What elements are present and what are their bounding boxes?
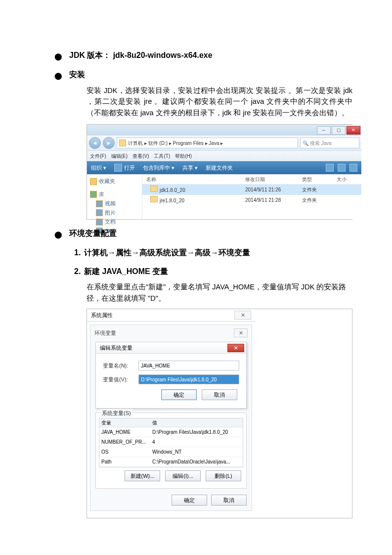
env-dialog-screenshot: 系统属性 ✕ 环境变量 ✕ 编辑系统变量 ✕ 变量名(N): [87,309,352,518]
delete-button[interactable]: 删除(L) [206,470,241,481]
menu-tools[interactable]: 工具(T) [154,152,170,160]
label-varname: 变量名(N): [103,362,138,370]
folder-icon [119,139,126,146]
label-varvalue: 变量值(V): [103,375,138,384]
var-row[interactable]: JAVA_HOMED:\Program Files\Java\jdk1.8.0_… [99,427,243,437]
input-varvalue[interactable]: D:\Program Files\Java\jdk1.8.0_20 [138,374,239,384]
side-docs[interactable]: 文档 [90,217,139,227]
side-pictures[interactable]: 图片 [90,208,139,218]
sysvar-group: 系统变量(S) 变量 值 JAVA_HOMED:\Program Files\J… [95,413,247,489]
input-varname[interactable]: JAVA_HOME [138,361,239,370]
tool-include[interactable]: 包含到库中 ▾ [143,164,174,172]
document-page: ⬤ JDK 版本： jdk-8u20-windows-x64.exe ⬤ 安装 … [0,0,392,544]
search-icon: 🔍 [303,139,308,147]
var-table: 变量 值 JAVA_HOMED:\Program Files\Java\jdk1… [99,418,243,467]
file-row-jre[interactable]: jre1.8.0_20 2014/9/11 21:28 文件夹 [142,195,361,205]
menu-bar: 文件(F) 编辑(E) 查看(V) 工具(T) 帮助(H) [87,151,361,161]
folder-icon [150,185,158,192]
document-icon [96,219,103,226]
picture-icon [96,209,103,216]
window-titlebar: ─ ▢ ✕ [87,125,361,136]
step-1: 1.计算机→属性→高级系统设置→高级→环境变量 [74,247,352,259]
jdk-label: JDK 版本： [69,51,111,59]
col-variable[interactable]: 变量 [99,418,150,427]
jdk-value: jdk-8u20-windows-x64.exe [113,51,213,59]
envvar-title: 环境变量 ✕ [93,328,249,340]
address-text: 计算机 ▸ 软件 (D:) ▸ Program Files ▸ Java ▸ [128,139,223,147]
cancel-button[interactable]: 取消 [211,495,247,506]
close-button[interactable]: ✕ [347,126,360,135]
tool-share[interactable]: 共享 ▾ [182,164,198,172]
toolbar: 组织 ▾ 打开 包含到库中 ▾ 共享 ▾ 新建文件夹 [87,161,361,174]
side-library[interactable]: 库 [90,190,139,199]
view-icon[interactable] [326,164,334,172]
ok-button[interactable]: 确定 [161,389,197,400]
var-row[interactable]: PathC:\ProgramData\Oracle\Java\java... [99,457,243,467]
tool-newfolder[interactable]: 新建文件夹 [206,164,233,172]
star-icon [90,178,97,185]
search-placeholder: 搜索 Java [310,139,332,147]
new-button[interactable]: 新建(W)... [125,470,160,481]
side-video[interactable]: 视频 [90,199,139,208]
tool-organize[interactable]: 组织 ▾ [91,164,106,172]
menu-file[interactable]: 文件(F) [90,152,106,160]
menu-help[interactable]: 帮助(H) [175,152,192,160]
file-header: 名称 修改日期 类型 大小 [142,175,361,185]
bullet-icon: ⬤ [54,71,62,81]
file-panel: 名称 修改日期 类型 大小 jdk1.8.0_20 2014/9/11 21:2… [142,175,361,219]
group-title: 系统变量(S) [100,409,133,417]
bullet-install: ⬤ 安装 [54,69,352,81]
tool-open[interactable]: 打开 [114,164,135,172]
bullet-icon: ⬤ [54,51,62,62]
step-2: 2.新建 JAVA_HOME 变量 [74,266,352,278]
open-icon [114,164,122,172]
col-type[interactable]: 类型 [302,176,337,183]
forward-button[interactable]: ► [103,137,115,149]
col-date[interactable]: 修改日期 [245,176,302,183]
var-row[interactable]: OSWindows_NT [99,447,243,457]
library-icon [90,191,97,198]
side-panel: 收藏夹 库 视频 图片 文档 音乐 [87,175,142,219]
navbar: ◄ ► 计算机 ▸ 软件 (D:) ▸ Program Files ▸ Java… [87,136,361,151]
edit-dialog: 编辑系统变量 ✕ 变量名(N): JAVA_HOME 变量值(V): D:\Pr… [95,342,247,409]
col-name[interactable]: 名称 [142,176,245,183]
explorer-screenshot: ─ ▢ ✕ ◄ ► 计算机 ▸ 软件 (D:) ▸ Program Files … [87,124,352,220]
edit-title-text: 编辑系统变量 [100,344,132,352]
bullet-env: ⬤ 环境变量配置 [54,228,352,240]
bullet-icon: ⬤ [54,230,62,240]
install-heading: 安装 [69,69,85,81]
preview-icon[interactable] [338,164,346,172]
maximize-button[interactable]: ▢ [332,126,346,135]
var-row[interactable]: NUMBER_OF_PR...4 [99,437,243,447]
file-row-jdk[interactable]: jdk1.8.0_20 2014/9/11 21:26 文件夹 [142,185,361,195]
help-icon[interactable] [349,164,357,172]
install-paragraph: 安装 JDK，选择安装目录，安装过程中会出现两次 安装提示 。第一次是安装 jd… [87,85,352,118]
edit-button[interactable]: 编辑(I)... [165,470,201,481]
col-value[interactable]: 值 [150,418,243,427]
search-box[interactable]: 🔍 搜索 Java [300,138,359,148]
menu-edit[interactable]: 编辑(E) [111,152,128,160]
close-button[interactable]: ✕ [234,328,248,337]
folder-icon [150,196,158,202]
step-2-para: 在系统变量里点击"新建"，变量名填写 JAVA_HOME，变量值填写 JDK 的… [87,281,352,304]
close-button[interactable]: ✕ [227,344,244,352]
side-favorites[interactable]: 收藏夹 [90,177,139,186]
back-button[interactable]: ◄ [89,137,101,149]
close-button[interactable]: ✕ [234,311,251,320]
video-icon [96,200,103,207]
address-bar[interactable]: 计算机 ▸ 软件 (D:) ▸ Program Files ▸ Java ▸ [117,138,298,148]
cancel-button[interactable]: 取消 [202,389,237,400]
ok-button[interactable]: 确定 [172,495,207,506]
bullet-jdk-version: ⬤ JDK 版本： jdk-8u20-windows-x64.exe [54,49,352,62]
sysprops-title: 系统属性 ✕ [87,309,255,322]
col-size[interactable]: 大小 [337,176,361,183]
minimize-button[interactable]: ─ [317,126,331,135]
menu-view[interactable]: 查看(V) [132,152,149,160]
env-heading: 环境变量配置 [69,228,117,239]
